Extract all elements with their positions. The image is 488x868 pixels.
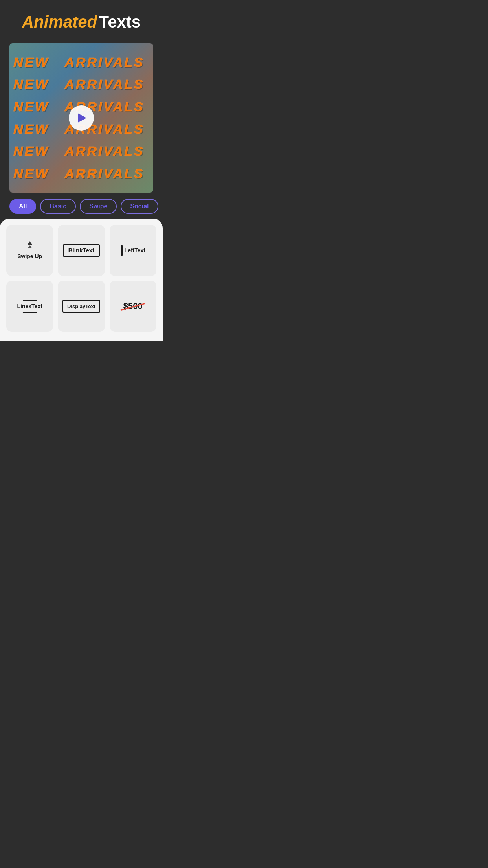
swipe-up-label: Swipe Up <box>17 253 42 259</box>
filter-swipe[interactable]: Swipe <box>80 199 117 214</box>
overlay-line-2: NEW ARRIVALS <box>13 77 149 92</box>
lines-text-container: LinesText <box>17 300 42 313</box>
play-button[interactable] <box>69 105 94 131</box>
header-animated-word: Animated <box>22 13 97 31</box>
left-text-item[interactable]: LeftText <box>110 225 156 276</box>
left-text-label: LeftText <box>125 247 145 254</box>
animation-grid: Swipe Up BlinkText LeftText LinesText <box>6 225 156 332</box>
video-preview: NEW ARRIVALS NEW ARRIVALS NEW ARRIVALS N… <box>9 43 153 193</box>
lines-text-item[interactable]: LinesText <box>6 281 53 332</box>
left-text-container: LeftText <box>121 245 145 256</box>
page-header: Animated Texts <box>0 0 163 39</box>
swipe-up-icon <box>28 241 32 248</box>
price-strikethrough-item[interactable]: $500 <box>110 281 156 332</box>
filter-all[interactable]: All <box>9 199 36 214</box>
blink-text-item[interactable]: BlinkText <box>58 225 105 276</box>
price-container: $500 <box>123 301 143 311</box>
display-text-label: DisplayText <box>67 303 95 309</box>
overlay-line-5: NEW ARRIVALS <box>13 143 149 159</box>
left-bar-icon <box>121 245 123 256</box>
blink-text-box: BlinkText <box>63 244 100 257</box>
top-line <box>23 300 37 301</box>
bottom-line <box>23 312 37 313</box>
blink-text-content: BlinkText <box>68 247 94 254</box>
chevron-up-1 <box>28 241 32 245</box>
header-texts-word: Texts <box>99 13 141 31</box>
lines-text-label: LinesText <box>17 303 42 309</box>
overlay-line-1: NEW ARRIVALS <box>13 55 149 70</box>
display-text-item[interactable]: DisplayText <box>58 281 105 332</box>
filter-basic[interactable]: Basic <box>40 199 76 214</box>
filter-bar: All Basic Swipe Social <box>0 193 163 219</box>
chevron-up-2 <box>28 245 32 248</box>
swipe-up-item[interactable]: Swipe Up <box>6 225 53 276</box>
display-text-box: DisplayText <box>62 300 100 313</box>
play-icon <box>78 113 86 123</box>
overlay-line-6: NEW ARRIVALS <box>13 166 149 181</box>
bottom-sheet: Swipe Up BlinkText LeftText LinesText <box>0 219 163 341</box>
filter-social[interactable]: Social <box>121 199 158 214</box>
